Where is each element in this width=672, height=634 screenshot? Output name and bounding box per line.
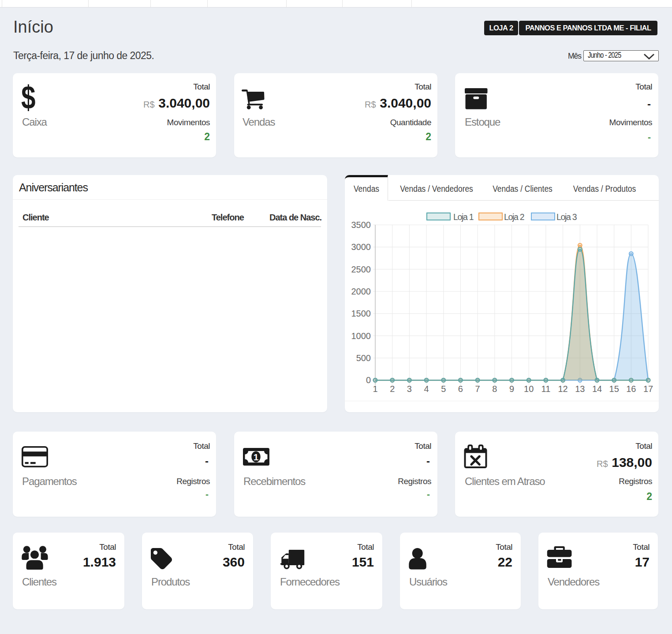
svg-text:1: 1: [254, 452, 259, 462]
svg-text:1500: 1500: [351, 309, 371, 318]
svg-text:2000: 2000: [351, 287, 371, 296]
svg-text:5: 5: [441, 384, 446, 394]
svg-text:1000: 1000: [351, 331, 371, 341]
svg-text:7: 7: [475, 384, 480, 394]
svg-text:3000: 3000: [351, 242, 371, 252]
svg-text:6: 6: [458, 384, 463, 394]
svg-text:3500: 3500: [351, 220, 371, 230]
svg-text:11: 11: [541, 384, 551, 394]
svg-text:3: 3: [407, 384, 412, 394]
svg-text:8: 8: [492, 384, 497, 394]
svg-text:0: 0: [366, 375, 371, 385]
svg-text:9: 9: [509, 384, 514, 394]
svg-text:2: 2: [390, 384, 395, 394]
svg-text:1: 1: [373, 384, 377, 394]
svg-text:16: 16: [626, 384, 636, 394]
svg-text:14: 14: [592, 384, 602, 394]
svg-text:17: 17: [643, 384, 653, 394]
svg-text:2500: 2500: [351, 265, 371, 274]
svg-text:4: 4: [424, 384, 429, 394]
svg-text:15: 15: [609, 384, 619, 394]
svg-text:10: 10: [524, 384, 534, 394]
svg-text:12: 12: [558, 384, 567, 394]
svg-text:500: 500: [356, 353, 371, 363]
svg-text:13: 13: [575, 384, 585, 394]
